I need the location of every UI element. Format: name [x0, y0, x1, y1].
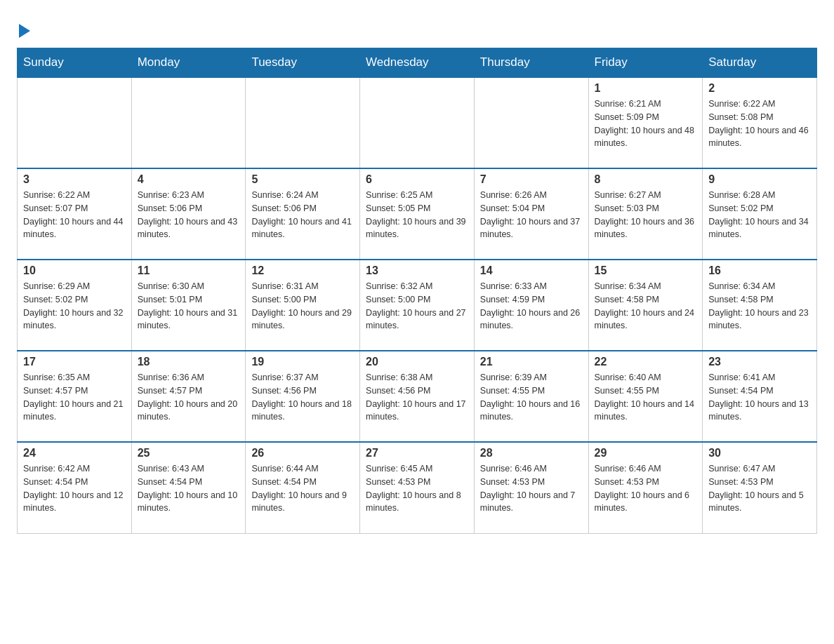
day-info: Daylight: 10 hours and 46 minutes. [708, 124, 811, 151]
calendar-cell: 26Sunrise: 6:44 AMSunset: 4:54 PMDayligh… [246, 442, 360, 533]
day-info: Daylight: 10 hours and 10 minutes. [138, 489, 240, 516]
day-info: Sunset: 5:07 PM [23, 202, 126, 215]
day-info: Sunset: 4:59 PM [480, 293, 583, 307]
day-number: 3 [23, 173, 126, 186]
day-info: Daylight: 10 hours and 17 minutes. [366, 398, 468, 424]
day-info: Sunrise: 6:41 AM [708, 371, 811, 384]
calendar-cell: 25Sunrise: 6:43 AMSunset: 4:54 PMDayligh… [131, 442, 246, 533]
calendar-cell: 6Sunrise: 6:25 AMSunset: 5:05 PMDaylight… [360, 168, 475, 260]
day-info: Sunset: 5:02 PM [23, 293, 126, 307]
day-info: Sunset: 4:55 PM [595, 384, 697, 398]
day-number: 10 [23, 264, 126, 277]
calendar-cell: 19Sunrise: 6:37 AMSunset: 4:56 PMDayligh… [246, 351, 360, 442]
day-info: Sunrise: 6:34 AM [708, 280, 811, 293]
day-info: Sunset: 5:05 PM [366, 202, 468, 215]
day-number: 24 [23, 447, 126, 459]
day-info: Daylight: 10 hours and 31 minutes. [138, 307, 240, 333]
day-info: Daylight: 10 hours and 26 minutes. [480, 307, 583, 333]
day-info: Sunset: 4:58 PM [595, 293, 697, 307]
day-info: Sunrise: 6:46 AM [480, 462, 583, 476]
day-number: 23 [708, 356, 811, 368]
day-info: Sunset: 5:06 PM [251, 202, 354, 215]
day-number: 18 [138, 356, 240, 368]
day-info: Sunrise: 6:29 AM [23, 280, 126, 293]
calendar-cell: 10Sunrise: 6:29 AMSunset: 5:02 PMDayligh… [18, 260, 132, 351]
day-number: 5 [251, 173, 354, 186]
calendar-cell: 17Sunrise: 6:35 AMSunset: 4:57 PMDayligh… [18, 351, 132, 442]
day-info: Daylight: 10 hours and 12 minutes. [23, 489, 126, 516]
calendar-cell: 28Sunrise: 6:46 AMSunset: 4:53 PMDayligh… [474, 442, 588, 533]
day-number: 25 [138, 447, 240, 459]
day-info: Sunrise: 6:32 AM [366, 280, 468, 293]
day-info: Daylight: 10 hours and 20 minutes. [138, 398, 240, 424]
day-number: 11 [138, 264, 240, 277]
weekday-header-monday: Monday [131, 48, 246, 78]
day-info: Daylight: 10 hours and 39 minutes. [366, 215, 468, 242]
day-info: Sunrise: 6:35 AM [23, 371, 126, 384]
calendar-cell [18, 77, 132, 168]
weekday-header-sunday: Sunday [18, 48, 132, 78]
day-number: 1 [595, 82, 697, 95]
logo-arrow-icon [19, 24, 30, 38]
day-info: Sunrise: 6:38 AM [366, 371, 468, 384]
day-info: Sunrise: 6:44 AM [251, 462, 354, 476]
day-info: Sunset: 4:57 PM [138, 384, 240, 398]
calendar-cell: 23Sunrise: 6:41 AMSunset: 4:54 PMDayligh… [703, 351, 817, 442]
weekday-header-saturday: Saturday [703, 48, 817, 78]
day-info: Daylight: 10 hours and 8 minutes. [366, 489, 468, 516]
logo-blue [17, 17, 30, 39]
calendar-cell: 16Sunrise: 6:34 AMSunset: 4:58 PMDayligh… [703, 260, 817, 351]
calendar-cell: 2Sunrise: 6:22 AMSunset: 5:08 PMDaylight… [703, 77, 817, 168]
day-info: Sunrise: 6:33 AM [480, 280, 583, 293]
day-number: 26 [251, 447, 354, 459]
calendar-cell: 14Sunrise: 6:33 AMSunset: 4:59 PMDayligh… [474, 260, 588, 351]
weekday-header-wednesday: Wednesday [360, 48, 475, 78]
day-number: 28 [480, 447, 583, 459]
day-info: Daylight: 10 hours and 21 minutes. [23, 398, 126, 424]
day-info: Sunrise: 6:23 AM [138, 189, 240, 202]
day-info: Sunset: 5:00 PM [366, 293, 468, 307]
day-info: Daylight: 10 hours and 13 minutes. [708, 398, 811, 424]
calendar-cell: 13Sunrise: 6:32 AMSunset: 5:00 PMDayligh… [360, 260, 475, 351]
day-info: Sunrise: 6:28 AM [708, 189, 811, 202]
day-info: Daylight: 10 hours and 7 minutes. [480, 489, 583, 516]
day-info: Sunset: 5:03 PM [595, 202, 697, 215]
weekday-header-row: SundayMondayTuesdayWednesdayThursdayFrid… [18, 48, 817, 78]
day-info: Sunset: 5:08 PM [708, 111, 811, 124]
calendar-cell: 1Sunrise: 6:21 AMSunset: 5:09 PMDaylight… [588, 77, 703, 168]
day-info: Sunset: 4:54 PM [251, 476, 354, 489]
calendar-cell: 24Sunrise: 6:42 AMSunset: 4:54 PMDayligh… [18, 442, 132, 533]
day-number: 7 [480, 173, 583, 186]
day-number: 13 [366, 264, 468, 277]
day-info: Sunrise: 6:31 AM [251, 280, 354, 293]
day-info: Sunset: 4:58 PM [708, 293, 811, 307]
day-info: Daylight: 10 hours and 16 minutes. [480, 398, 583, 424]
day-info: Daylight: 10 hours and 44 minutes. [23, 215, 126, 242]
day-info: Sunrise: 6:45 AM [366, 462, 468, 476]
day-number: 4 [138, 173, 240, 186]
day-info: Daylight: 10 hours and 48 minutes. [595, 124, 697, 151]
day-number: 17 [23, 356, 126, 368]
day-info: Sunset: 4:57 PM [23, 384, 126, 398]
calendar-cell: 20Sunrise: 6:38 AMSunset: 4:56 PMDayligh… [360, 351, 475, 442]
day-info: Sunset: 4:56 PM [251, 384, 354, 398]
day-info: Sunrise: 6:22 AM [23, 189, 126, 202]
day-info: Sunrise: 6:46 AM [595, 462, 697, 476]
day-number: 6 [366, 173, 468, 186]
day-info: Sunset: 5:09 PM [595, 111, 697, 124]
calendar-cell: 3Sunrise: 6:22 AMSunset: 5:07 PMDaylight… [18, 168, 132, 260]
day-info: Sunrise: 6:24 AM [251, 189, 354, 202]
day-info: Sunrise: 6:37 AM [251, 371, 354, 384]
day-info: Sunrise: 6:47 AM [708, 462, 811, 476]
day-info: Daylight: 10 hours and 6 minutes. [595, 489, 697, 516]
day-info: Sunrise: 6:21 AM [595, 98, 697, 111]
day-info: Sunrise: 6:30 AM [138, 280, 240, 293]
day-info: Sunset: 4:53 PM [595, 476, 697, 489]
day-info: Sunrise: 6:34 AM [595, 280, 697, 293]
day-number: 30 [708, 447, 811, 459]
calendar-cell: 11Sunrise: 6:30 AMSunset: 5:01 PMDayligh… [131, 260, 246, 351]
day-number: 9 [708, 173, 811, 186]
day-info: Sunset: 4:55 PM [480, 384, 583, 398]
calendar-cell: 5Sunrise: 6:24 AMSunset: 5:06 PMDaylight… [246, 168, 360, 260]
calendar-table: SundayMondayTuesdayWednesdayThursdayFrid… [17, 48, 817, 534]
